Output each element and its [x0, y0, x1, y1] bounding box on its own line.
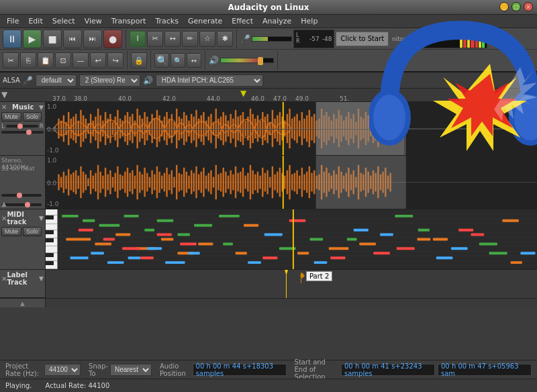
label-text[interactable]: Part 2: [306, 271, 332, 281]
track-close-top[interactable]: ✕: [1, 103, 7, 111]
midi-track-menu[interactable]: ▼: [39, 215, 44, 222]
audio-system-label: ALSA: [3, 77, 20, 84]
midi-track-close[interactable]: ✕: [1, 215, 7, 222]
svg-rect-159: [65, 176, 66, 189]
vol-track-bottom[interactable]: [1, 203, 42, 206]
draw-tool[interactable]: ↔: [164, 31, 181, 47]
piano-key[interactable]: [46, 224, 57, 230]
ruler-tick-42: 42.0: [162, 95, 176, 102]
midi-mute-button[interactable]: Mute: [1, 227, 21, 236]
snap-to-select[interactable]: Nearest: [110, 364, 152, 376]
sync-lock-tool[interactable]: 🔒: [131, 52, 147, 68]
midi-notes-area[interactable]: [58, 209, 537, 269]
multi-tool[interactable]: ✱: [217, 31, 233, 47]
ruler-tick-38: 38.0: [74, 95, 87, 102]
sel-start-display[interactable]: 00 h 00 m 41 s+23243 samples: [341, 364, 435, 376]
selection-highlight-top: [316, 102, 405, 155]
svg-rect-234: [250, 165, 251, 199]
label-area[interactable]: ♦ Part 2: [46, 270, 537, 298]
speaker-icon-device: 🔊: [143, 76, 153, 85]
collapse-arrow-bottom[interactable]: ▲: [1, 200, 7, 207]
svg-rect-250: [289, 165, 290, 199]
audio-track-controls-top: ✕ Music ▼ Mute Solo L R: [0, 102, 46, 155]
close-button[interactable]: ×: [524, 2, 533, 11]
pan-track-bottom[interactable]: [1, 194, 42, 197]
svg-rect-241: [266, 170, 268, 195]
silence-tool[interactable]: —: [72, 52, 89, 68]
zoom-tool[interactable]: ✏: [182, 31, 198, 47]
skip-end-button[interactable]: ⏭: [83, 30, 102, 48]
svg-rect-349: [520, 252, 535, 254]
paste-tool[interactable]: 📋: [38, 52, 54, 68]
piano-key-black[interactable]: [46, 215, 54, 219]
mute-solo-top: Mute Solo: [1, 112, 44, 121]
svg-rect-310: [124, 215, 138, 217]
zoom-in-button[interactable]: 🔍: [154, 53, 169, 68]
label-track-close[interactable]: ✕: [1, 275, 7, 283]
audio-position-item: Audio Position 00 h 00 m 44 s+18303 samp…: [160, 362, 287, 377]
svg-rect-12: [479, 38, 481, 48]
redo-tool[interactable]: ↪: [107, 52, 124, 68]
skip-start-button[interactable]: ⏮: [63, 30, 82, 48]
record-button[interactable]: ●: [103, 30, 122, 48]
track-name-top: Music: [12, 103, 34, 111]
menu-analyze[interactable]: Analyze: [258, 15, 295, 27]
collapse-all-button[interactable]: ▲: [0, 299, 46, 307]
menu-view[interactable]: View: [81, 15, 106, 27]
waveform-svg-bottom: [46, 156, 537, 209]
menu-edit[interactable]: Edit: [24, 15, 46, 27]
svg-rect-220: [215, 165, 217, 199]
midi-solo-button[interactable]: Solo: [23, 227, 42, 236]
minimize-button[interactable]: _: [499, 2, 509, 11]
vol-track-top[interactable]: [1, 131, 44, 134]
track-menu-top[interactable]: ▼: [39, 104, 44, 111]
project-rate-select[interactable]: 44100: [44, 364, 81, 376]
sel-end-display[interactable]: 00 h 00 m 47 s+05963 sam: [438, 364, 532, 376]
undo-tool[interactable]: ↩: [90, 52, 106, 68]
menu-generate[interactable]: Generate: [184, 15, 226, 27]
solo-button-top[interactable]: Solo: [23, 112, 42, 121]
click-to-start-button[interactable]: Click to Start: [336, 32, 389, 46]
vol-slider-bottom: [1, 203, 42, 206]
zoom-out-button[interactable]: 🔍: [170, 53, 185, 68]
piano-key[interactable]: [46, 246, 57, 252]
audio-waveform-bottom[interactable]: 1.0 0.0 -1.0: [46, 156, 537, 209]
trim-tool[interactable]: ⊡: [55, 52, 71, 68]
piano-key-black[interactable]: [46, 253, 54, 257]
piano-key-black[interactable]: [46, 230, 54, 234]
menu-select[interactable]: Select: [48, 15, 79, 27]
output-device-select[interactable]: HDA Intel PCH: ALC265: [156, 75, 263, 87]
time-shift-tool[interactable]: ☆: [199, 31, 215, 47]
svg-rect-322: [70, 256, 88, 259]
stop-button[interactable]: ■: [43, 30, 62, 48]
pan-track-top[interactable]: [6, 125, 38, 128]
menu-transport[interactable]: Transport: [107, 15, 150, 27]
select-tool[interactable]: I: [130, 31, 146, 47]
play-button[interactable]: ▶: [23, 30, 42, 48]
maximize-button[interactable]: □: [511, 2, 521, 11]
envelope-tool[interactable]: ✂: [147, 31, 163, 47]
channel-select[interactable]: 2 (Stereo) Re: [79, 75, 140, 87]
input-device-select[interactable]: default: [36, 75, 77, 87]
cut-tool[interactable]: ✂: [3, 52, 19, 68]
pause-button[interactable]: ⏸: [3, 30, 21, 48]
zoom-fit-button[interactable]: ↔: [187, 53, 201, 68]
pan-slider-top: L R: [1, 123, 44, 130]
copy-tool[interactable]: ⎘: [20, 52, 36, 68]
audio-track-top: ✕ Music ▼ Mute Solo L R: [0, 102, 537, 156]
svg-rect-230: [240, 172, 241, 193]
menu-effect[interactable]: Effect: [228, 15, 257, 27]
piano-key-black[interactable]: [46, 261, 54, 265]
menu-file[interactable]: File: [3, 15, 23, 27]
piano-key[interactable]: [46, 209, 57, 215]
menu-help[interactable]: Help: [297, 15, 322, 27]
menu-tracks[interactable]: Tracks: [151, 15, 183, 27]
audio-position-display[interactable]: 00 h 00 m 44 s+18303 samples: [193, 364, 287, 376]
mute-button-top[interactable]: Mute: [1, 112, 21, 121]
piano-key-black[interactable]: [46, 238, 54, 242]
svg-rect-363: [433, 238, 448, 241]
label-track-menu[interactable]: ▼: [39, 275, 44, 282]
toolbar-sep-2: [236, 30, 237, 48]
audio-waveform-top[interactable]: 1.0 0.0 -1.0 // This will be render: [46, 102, 537, 155]
svg-rect-325: [128, 256, 140, 259]
